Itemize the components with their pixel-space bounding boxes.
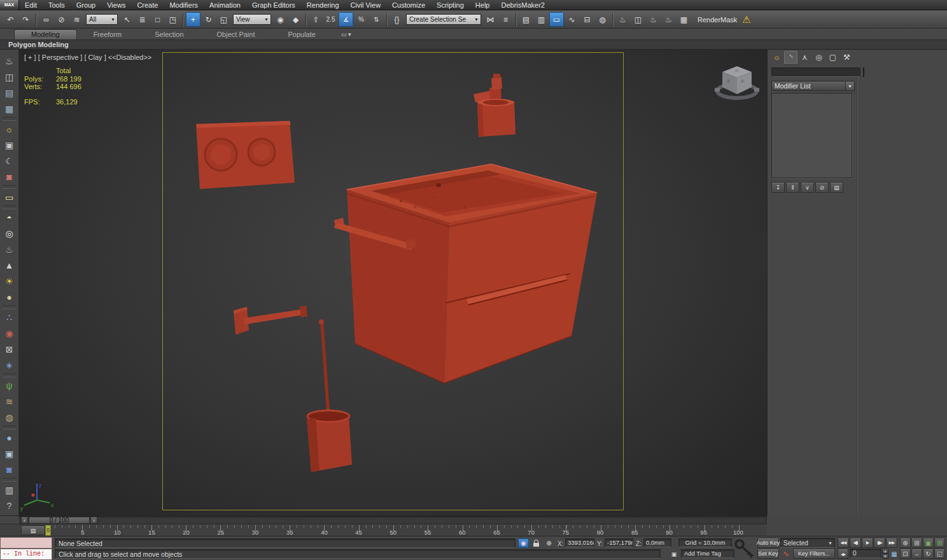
isolate-selection-toggle[interactable]: ◉ [518, 538, 529, 548]
undo-button[interactable]: ↶ [3, 12, 18, 27]
pan-button[interactable]: ⇔ [911, 549, 922, 559]
select-and-rotate-button[interactable]: ↻ [201, 12, 216, 27]
tab-create[interactable]: ☼ [770, 51, 783, 64]
menu-item[interactable]: Customize [386, 1, 431, 10]
help-icon[interactable]: ? [2, 498, 17, 514]
polygon-modeling-strip[interactable]: Polygon Modeling [0, 39, 947, 50]
tab-motion[interactable]: ◎ [812, 51, 825, 64]
menu-item[interactable]: Animation [204, 1, 246, 10]
select-and-manipulate-button[interactable]: ◆ [288, 12, 303, 27]
warning-icon[interactable]: ⚠ [742, 14, 750, 25]
use-pivot-point-center-button[interactable]: ◉ [273, 12, 288, 27]
zoom-extents-all-button[interactable]: ⊞ [934, 538, 945, 548]
activeshade-button[interactable]: ♨ [661, 12, 676, 27]
add-time-tag-field[interactable]: Add Time Tag [681, 549, 734, 558]
modifier-list-dropdown[interactable]: Modifier List ▾ [771, 81, 855, 91]
bind-to-space-warp-button[interactable]: ≋ [69, 12, 84, 27]
configure-modifier-sets-button[interactable]: ▤ [830, 182, 843, 193]
light-lister-icon[interactable]: ☼ [2, 121, 17, 137]
menu-item[interactable]: Scripting [431, 1, 470, 10]
ribbon-tab-selection[interactable]: Selection [138, 30, 200, 39]
render-production-button[interactable]: ♨ [646, 12, 661, 27]
spinner-down-icon[interactable]: ▼ [882, 554, 888, 559]
select-and-link-button[interactable]: ∞ [39, 12, 53, 27]
toolbar-separator[interactable] [3, 426, 17, 429]
redo-button[interactable]: ↷ [18, 12, 33, 27]
menu-item[interactable]: Help [470, 1, 496, 10]
spinner-snap-toggle[interactable]: ⇅ [369, 12, 384, 27]
viewcube[interactable] [715, 66, 759, 98]
tab-display[interactable]: ▢ [826, 51, 839, 64]
menu-item[interactable]: DebrisMaker2 [495, 1, 550, 10]
toolbar-separator[interactable] [3, 117, 17, 120]
toolbar-separator[interactable] [3, 185, 17, 188]
percent-snap-toggle[interactable]: % [354, 12, 368, 27]
key-filters-button[interactable]: Key Filters... [793, 549, 835, 559]
blue-sphere-icon[interactable]: ● [2, 430, 17, 445]
key-mode-selection-dropdown[interactable]: Selected ▾ [780, 538, 835, 548]
ribbon-display-toggle[interactable]: ▭ ▾ [341, 31, 351, 39]
clipboard-icon[interactable]: ▥ [2, 482, 17, 498]
tab-hierarchy[interactable]: ⋏ [798, 51, 811, 64]
unlink-selection-button[interactable]: ⊘ [54, 12, 69, 27]
menu-item[interactable]: Tools [43, 1, 71, 10]
toolbar-separator[interactable] [3, 478, 17, 481]
object-name-field[interactable] [771, 67, 860, 77]
select-object-button[interactable]: ↖ [120, 12, 134, 27]
keyboard-shortcut-override-toggle[interactable]: ⇧ [309, 12, 323, 27]
previous-frame-button[interactable]: ◀▮ [850, 538, 861, 548]
play-button[interactable]: ▶ [862, 538, 873, 548]
current-frame-field[interactable]: 0 [850, 549, 881, 558]
sphere-icon[interactable]: ● [2, 289, 17, 305]
time-configuration-button[interactable]: ▦ [890, 549, 899, 559]
spinner-up-icon[interactable]: ▲ [882, 549, 888, 554]
toggle-ribbon-button[interactable]: ▭ [549, 12, 564, 27]
tab-utilities[interactable]: ⚒ [840, 51, 853, 64]
dome-light-icon[interactable]: ◓ [2, 209, 17, 225]
menu-item[interactable]: Rendering [301, 1, 345, 10]
key-steps-icon[interactable]: ∿ [780, 549, 792, 559]
zoom-button[interactable]: ⊕ [900, 538, 911, 548]
frame-spinner[interactable]: ▲ ▼ [882, 549, 888, 558]
rectangular-selection-region-button[interactable]: □ [150, 12, 165, 27]
named-selection-sets-dropdown[interactable]: Create Selection Se ▾ [406, 14, 481, 25]
go-to-start-button[interactable]: ◀◀ [838, 538, 849, 548]
ribbon-tab-modeling[interactable]: Modeling [14, 29, 77, 39]
pin-stack-button[interactable]: ↧ [771, 182, 785, 193]
modifier-stack-list[interactable] [771, 93, 852, 178]
toggle-layer-explorer-button[interactable]: ▥ [534, 12, 549, 27]
ring-light-icon[interactable]: ◎ [2, 225, 17, 241]
sun-icon[interactable]: ☀ [2, 273, 17, 289]
ribbon-tab-object-paint[interactable]: Object Paint [200, 30, 272, 39]
menu-item[interactable]: Group [71, 1, 102, 10]
set-key-button[interactable]: Set Key [757, 549, 779, 559]
render-setup-button[interactable]: ♨ [615, 12, 630, 27]
maxscript-mini-listener-macro[interactable] [0, 537, 52, 549]
sticky-note-icon[interactable]: ▭ [2, 189, 17, 205]
orbit-button[interactable]: ↻ [923, 549, 934, 559]
selection-lock-toggle[interactable] [531, 538, 542, 548]
toggle-scene-explorer-button[interactable]: ▤ [519, 12, 533, 27]
camera-view-icon[interactable]: ▣ [2, 137, 17, 153]
batch-table-icon[interactable]: ▦ [2, 101, 17, 116]
menu-item[interactable]: Views [101, 1, 131, 10]
select-and-scale-button[interactable]: ◱ [216, 12, 231, 27]
rendered-frame-window-button[interactable]: ◫ [631, 12, 645, 27]
hair-fur-icon[interactable]: ≋ [2, 393, 17, 409]
gear-icon[interactable]: ∗ [2, 357, 17, 373]
absolute-offset-mode-toggle[interactable]: ⊕ [544, 538, 554, 548]
make-unique-button[interactable]: ∨ [801, 182, 814, 193]
mirror-button[interactable]: ⋈ [483, 12, 498, 27]
max-logo-button[interactable]: MAX [0, 0, 19, 10]
object-color-swatch[interactable] [863, 67, 864, 77]
ribbon-tab-populate[interactable]: Populate [271, 30, 332, 39]
teapot-render-icon[interactable]: ♨ [2, 53, 17, 69]
menu-item[interactable]: Graph Editors [246, 1, 301, 10]
set-keys-key-icon[interactable] [733, 538, 756, 559]
mountain-icon[interactable]: ▲ [2, 257, 17, 273]
zoom-all-button[interactable]: ⊞ [911, 538, 922, 548]
render-image-button[interactable]: ▦ [677, 12, 691, 27]
go-to-end-button[interactable]: ▶▶ [886, 538, 897, 548]
next-frame-button[interactable]: ▮▶ [874, 538, 885, 548]
open-mini-curve-editor-button[interactable]: ▤ [21, 526, 45, 535]
